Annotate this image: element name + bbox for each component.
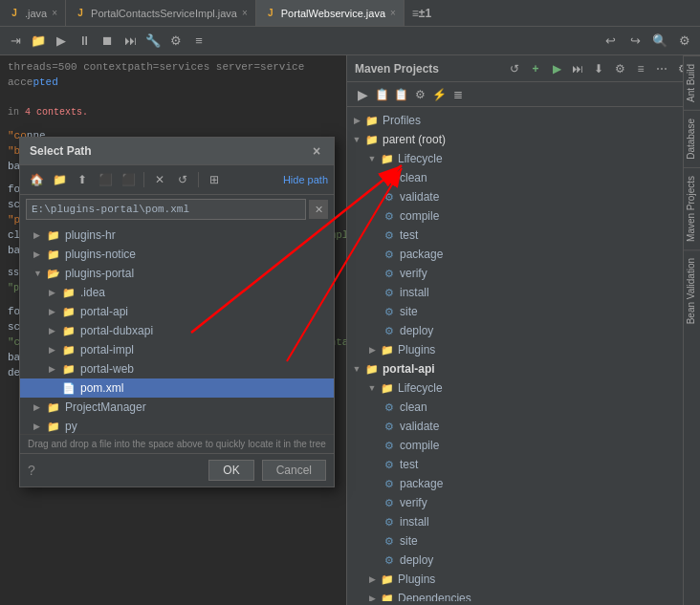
modal-tree-py[interactable]: ▶ 📁 py	[20, 417, 334, 434]
tree-install-1[interactable]: ⚙ install	[347, 283, 700, 302]
tree-lifecycle-1[interactable]: ▼ 📁 Lifecycle	[347, 149, 700, 168]
tab-close-2[interactable]: ×	[242, 8, 248, 18]
maven-btn-settings[interactable]: ⚙	[610, 59, 629, 78]
modal-tree-plugins-notice[interactable]: ▶ 📁 plugins-notice	[20, 245, 334, 264]
tree-parent[interactable]: ▼ 📁 parent (root)	[347, 130, 700, 149]
tree-install-2[interactable]: ⚙ install	[347, 512, 700, 531]
tree-verify-1[interactable]: ⚙ verify	[347, 264, 700, 283]
tree-validate-1[interactable]: ⚙ validate	[347, 187, 700, 206]
modal-tree-portal-web[interactable]: ▶ 📁 portal-web	[20, 359, 334, 378]
tree-test-1[interactable]: ⚙ test	[347, 226, 700, 245]
modal-tree-portal-api-child[interactable]: ▶ 📁 portal-api	[20, 302, 334, 321]
profiles-folder-icon: 📁	[364, 113, 380, 128]
modal-path-area: ✕	[26, 199, 328, 220]
path-clear-button[interactable]: ✕	[309, 200, 328, 219]
tree-clean-1[interactable]: ⚙ clean	[347, 168, 700, 187]
modal-btn-home[interactable]: 🏠	[26, 169, 47, 190]
modal-close-button[interactable]: ×	[309, 143, 324, 159]
tab-portal-webservice[interactable]: J PortalWebservice.java ×	[256, 0, 405, 26]
modal-help-icon[interactable]: ?	[28, 463, 35, 478]
toolbar-btn-2[interactable]: 📁	[28, 31, 49, 52]
toolbar-btn-undo[interactable]: ↩	[600, 31, 621, 52]
side-tab-database[interactable]: Database	[684, 110, 700, 167]
maven-btn-2-5[interactable]: ⚡	[429, 85, 448, 104]
tab-close-3[interactable]: ×	[390, 8, 396, 18]
tab-java1[interactable]: J .java ×	[0, 0, 66, 26]
modal-btn-expand[interactable]: ⬛	[95, 169, 116, 190]
hide-path-button[interactable]: Hide path	[283, 174, 328, 185]
side-tab-bean-validation[interactable]: Bean Validation	[684, 249, 700, 332]
maven-btn-add[interactable]: +	[526, 59, 545, 78]
tree-plugins-1[interactable]: ▶ 📁 Plugins	[347, 340, 700, 359]
tree-validate-2[interactable]: ⚙ validate	[347, 417, 700, 436]
clean2-icon: ⚙	[382, 400, 397, 415]
py-icon: 📁	[47, 418, 62, 434]
maven-btn-refresh[interactable]: ↺	[505, 59, 524, 78]
toolbar-btn-6[interactable]: ⏭	[120, 31, 141, 52]
clean1-icon: ⚙	[382, 170, 397, 185]
modal-btn-collapse[interactable]: ⬛	[118, 169, 139, 190]
maven-btn-collapse[interactable]: ≡	[631, 59, 650, 78]
tab-close-1[interactable]: ×	[52, 8, 57, 18]
modal-tree-project-manager[interactable]: ▶ 📁 ProjectManager	[20, 398, 334, 417]
tree-plugins-2[interactable]: ▶ 📁 Plugins	[347, 570, 700, 589]
modal-tree-portal-dubxapi-child[interactable]: ▶ 📁 portal-dubxapi	[20, 321, 334, 340]
idea-folder-icon: 📁	[62, 284, 77, 301]
toolbar-btn-8[interactable]: ⚙	[165, 31, 186, 52]
modal-btn-delete[interactable]: ✕	[149, 169, 170, 190]
tree-package-2[interactable]: ⚙ package	[347, 474, 700, 493]
tree-site-2[interactable]: ⚙ site	[347, 531, 700, 551]
lifecycle1-label: Lifecycle	[398, 150, 443, 167]
tree-lifecycle-2[interactable]: ▼ 📁 Lifecycle	[347, 378, 700, 398]
tree-profiles[interactable]: ▶ 📁 Profiles	[347, 111, 700, 130]
tab-overflow[interactable]: ≡±1	[405, 7, 439, 20]
side-tab-ant-build[interactable]: Ant Build	[684, 55, 700, 110]
modal-ok-button[interactable]: OK	[208, 460, 253, 481]
toolbar-btn-9[interactable]: ≡	[188, 31, 209, 52]
plugins-notice-label: plugins-notice	[65, 246, 136, 263]
tree-dependencies[interactable]: ▶ 📁 Dependencies	[347, 589, 700, 601]
tree-clean-2[interactable]: ⚙ clean	[347, 398, 700, 417]
tree-deploy-2[interactable]: ⚙ deploy	[347, 551, 700, 570]
tree-deploy-1[interactable]: ⚙ deploy	[347, 321, 700, 340]
modal-btn-up[interactable]: ⬆	[72, 169, 93, 190]
toolbar-btn-1[interactable]: ⇥	[5, 31, 26, 52]
tab-label-1: .java	[25, 8, 47, 19]
toolbar-btn-search[interactable]: 🔍	[649, 31, 670, 52]
maven-btn-2-4[interactable]: ⚙	[410, 85, 429, 104]
tree-compile-2[interactable]: ⚙ compile	[347, 436, 700, 455]
tree-package-1[interactable]: ⚙ package	[347, 245, 700, 264]
maven-btn-run[interactable]: ▶	[547, 59, 566, 78]
modal-cancel-button[interactable]: Cancel	[262, 460, 326, 481]
tree-compile-1[interactable]: ⚙ compile	[347, 206, 700, 226]
maven-btn-2-2[interactable]: 📋	[372, 85, 391, 104]
modal-tree-idea[interactable]: ▶ 📁 .idea	[20, 283, 334, 302]
modal-btn-refresh[interactable]: ↺	[172, 169, 193, 190]
tree-portal-api[interactable]: ▼ 📁 portal-api	[347, 359, 700, 378]
modal-tree-portal-impl-child[interactable]: ▶ 📁 portal-impl	[20, 340, 334, 359]
modal-tree-pom-xml[interactable]: 📄 pom.xml	[20, 378, 334, 398]
maven-btn-2-1[interactable]: ▶	[353, 85, 372, 104]
maven-btn-skip[interactable]: ⏭	[568, 59, 587, 78]
tab-portal-contacts[interactable]: J PortalContactsServiceImpl.java ×	[66, 0, 256, 26]
toolbar-btn-4[interactable]: ⏸	[74, 31, 95, 52]
modal-btn-grid[interactable]: ⊞	[204, 169, 225, 190]
toolbar-btn-7[interactable]: 🔧	[142, 31, 164, 52]
toolbar-btn-gear[interactable]: ⚙	[674, 31, 695, 52]
toolbar-btn-5[interactable]: ⏹	[97, 31, 118, 52]
modal-tree-plugins-hr[interactable]: ▶ 📁 plugins-hr	[20, 226, 334, 245]
maven-btn-2-6[interactable]: ≣	[448, 85, 468, 104]
modal-btn-folder[interactable]: 📁	[49, 169, 70, 190]
side-tab-maven[interactable]: Maven Projects	[684, 167, 700, 249]
maven-btn-2-3[interactable]: 📋	[391, 85, 410, 104]
modal-tree-plugins-portal[interactable]: ▼ 📂 plugins-portal	[20, 264, 334, 283]
package2-icon: ⚙	[382, 476, 397, 491]
maven-btn-download[interactable]: ⬇	[589, 59, 608, 78]
tree-verify-2[interactable]: ⚙ verify	[347, 493, 700, 512]
toolbar-btn-redo[interactable]: ↪	[624, 31, 645, 52]
path-input-field[interactable]	[26, 199, 306, 220]
tree-test-2[interactable]: ⚙ test	[347, 455, 700, 474]
tree-site-1[interactable]: ⚙ site	[347, 302, 700, 321]
toolbar-btn-3[interactable]: ▶	[51, 31, 72, 52]
maven-btn-more[interactable]: ⋯	[652, 59, 671, 78]
